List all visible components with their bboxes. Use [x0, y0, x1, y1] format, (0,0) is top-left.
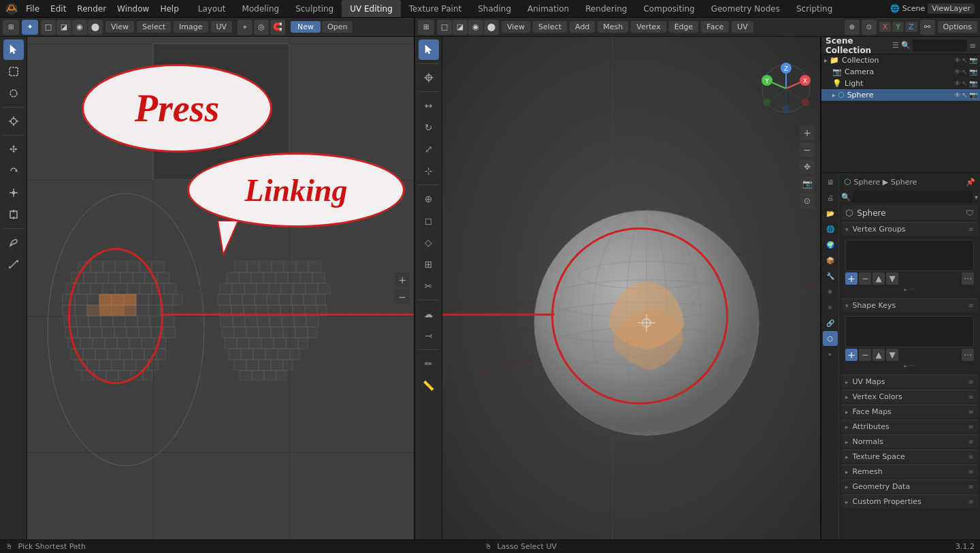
- vp-mesh-menu[interactable]: Mesh: [598, 21, 628, 33]
- tab-animation[interactable]: Animation: [519, 0, 577, 17]
- vp-options-btn[interactable]: Options: [938, 21, 977, 33]
- obj-name-label[interactable]: Sphere: [857, 208, 966, 218]
- vp-zoom-in[interactable]: +: [800, 125, 815, 140]
- normals-header[interactable]: ▸ Normals ≡: [841, 434, 978, 448]
- tool-3d-measure[interactable]: 📏: [419, 375, 439, 396]
- vp-add-menu[interactable]: Add: [570, 21, 595, 33]
- vp-pan-icon[interactable]: ✥: [800, 159, 815, 174]
- fm-menu[interactable]: ≡: [968, 408, 974, 415]
- tool-3d-bevel[interactable]: ◇: [419, 232, 439, 253]
- custom-properties-header[interactable]: ▸ Custom Properties ≡: [841, 494, 978, 508]
- open-image-btn[interactable]: Open: [322, 21, 353, 33]
- vp-render-btn[interactable]: ◉: [468, 20, 483, 35]
- uv-select-menu[interactable]: Select: [137, 21, 171, 33]
- tool-3d-select[interactable]: [419, 40, 439, 60]
- props-render-icon[interactable]: 🖥: [823, 174, 838, 189]
- sk-expand-indicator[interactable]: ▸ ···: [904, 362, 915, 369]
- vp-solid-btn[interactable]: □: [437, 20, 452, 35]
- tool-move[interactable]: [3, 139, 24, 159]
- light-vis-eye[interactable]: 👁: [954, 80, 961, 87]
- sphere-vis-cursor[interactable]: ↖: [962, 91, 968, 99]
- tab-compositing[interactable]: Compositing: [635, 0, 702, 17]
- props-scene-icon[interactable]: 🌐: [823, 221, 838, 236]
- sk-remove-btn[interactable]: −: [859, 349, 871, 361]
- vg-add-btn[interactable]: +: [845, 272, 858, 285]
- vp-face-menu[interactable]: Face: [701, 21, 729, 33]
- vp-overlay-btn[interactable]: ⊙: [862, 20, 877, 35]
- uv-eevee-shading[interactable]: ⬤: [88, 20, 103, 35]
- menu-file[interactable]: File: [20, 3, 45, 15]
- attr-menu[interactable]: ≡: [968, 423, 974, 430]
- outliner-item-light[interactable]: 💡 Light 👁 ↖ 📷: [821, 78, 980, 89]
- axis-x-btn[interactable]: X: [879, 22, 892, 32]
- sk-move-down-btn[interactable]: ▼: [886, 349, 898, 361]
- vc-menu[interactable]: ≡: [968, 393, 974, 400]
- tool-3d-scale[interactable]: ⤢: [419, 139, 439, 159]
- tool-cursor[interactable]: [3, 111, 24, 131]
- cam-vis-render[interactable]: 📷: [969, 68, 977, 76]
- tool-3d-cursor[interactable]: [419, 67, 439, 88]
- tool-3d-transform[interactable]: ⊹: [419, 161, 439, 181]
- uv-proportional-btn[interactable]: ◎: [254, 20, 269, 35]
- props-particles-icon[interactable]: ✳: [823, 284, 838, 299]
- uv-image-menu[interactable]: Image: [174, 21, 208, 33]
- tool-3d-move[interactable]: ↔: [419, 95, 439, 116]
- tab-modeling[interactable]: Modeling: [234, 0, 288, 17]
- tool-select[interactable]: [3, 40, 24, 60]
- menu-edit[interactable]: Edit: [45, 3, 71, 15]
- new-image-btn[interactable]: New: [291, 21, 321, 33]
- zoom-out-btn[interactable]: −: [395, 289, 410, 304]
- props-material-icon[interactable]: ⚬: [823, 347, 838, 362]
- face-maps-header[interactable]: ▸ Face Maps ≡: [841, 405, 978, 418]
- tab-texture-paint[interactable]: Texture Paint: [401, 0, 470, 17]
- vp-view-menu[interactable]: View: [502, 21, 530, 33]
- vp-mat-btn[interactable]: ◪: [453, 20, 468, 35]
- vp-editor-type-btn[interactable]: ⊞: [418, 20, 434, 35]
- vis-eye-icon[interactable]: 👁: [954, 57, 961, 64]
- vp-proportional-editing-btn[interactable]: ⚯: [920, 20, 935, 35]
- vp-vertex-menu[interactable]: Vertex: [631, 21, 666, 33]
- light-vis-render[interactable]: 📷: [969, 80, 977, 87]
- props-object-icon[interactable]: 📦: [823, 253, 838, 268]
- vertex-colors-header[interactable]: ▸ Vertex Colors ≡: [841, 390, 978, 403]
- outliner-item-camera[interactable]: 📷 Camera 👁 ↖ 📷: [821, 66, 980, 78]
- outliner-add-btn[interactable]: ≡: [969, 41, 976, 50]
- uv-uv-menu[interactable]: UV: [211, 21, 233, 33]
- vp-edge-menu[interactable]: Edge: [669, 21, 699, 33]
- vis-render-icon[interactable]: 📷: [969, 57, 977, 64]
- vis-cursor-icon[interactable]: ↖: [962, 57, 968, 64]
- light-vis-cursor[interactable]: ↖: [962, 80, 968, 87]
- menu-render[interactable]: Render: [71, 3, 112, 15]
- axis-y-btn[interactable]: Y: [892, 22, 904, 32]
- rm-menu[interactable]: ≡: [968, 468, 974, 475]
- geometry-data-header[interactable]: ▸ Geometry Data ≡: [841, 479, 978, 493]
- props-search-input[interactable]: [853, 191, 973, 203]
- vp-camera-icon[interactable]: 📷: [800, 176, 815, 191]
- engine-selector[interactable]: ViewLayer: [928, 3, 975, 14]
- props-world-icon[interactable]: 🌍: [823, 237, 838, 252]
- outliner-search-input[interactable]: [913, 40, 967, 52]
- tool-3d-rotate[interactable]: ↻: [419, 117, 439, 138]
- uv-solid-shading[interactable]: □: [41, 20, 56, 35]
- tool-3d-shrink[interactable]: ⤙: [419, 326, 439, 346]
- vg-move-up-btn[interactable]: ▲: [872, 272, 885, 285]
- props-constraints-icon[interactable]: 🔗: [823, 315, 838, 330]
- sphere-vis-render[interactable]: 📷: [969, 91, 977, 99]
- uv-editor-type-btn[interactable]: ⊞: [3, 20, 19, 35]
- props-physics-icon[interactable]: ⚛: [823, 300, 838, 315]
- props-modifier-icon[interactable]: 🔧: [823, 268, 838, 283]
- tool-3d-annotate[interactable]: ✏: [419, 353, 439, 374]
- tool-rotate[interactable]: [3, 161, 24, 181]
- tab-layout[interactable]: Layout: [190, 0, 234, 17]
- tool-scale[interactable]: [3, 183, 24, 203]
- tab-shading[interactable]: Shading: [470, 0, 519, 17]
- sk-move-up-btn[interactable]: ▲: [872, 349, 885, 361]
- vg-extra-btn[interactable]: ⋯: [962, 272, 974, 285]
- uv-maps-header[interactable]: ▸ UV Maps ≡: [841, 375, 978, 388]
- uvm-menu[interactable]: ≡: [968, 378, 974, 385]
- remesh-header[interactable]: ▸ Remesh ≡: [841, 464, 978, 478]
- tool-3d-loopcut[interactable]: ⊞: [419, 254, 439, 274]
- vertex-groups-header[interactable]: ▾ Vertex Groups ≡: [841, 222, 978, 236]
- scene-name[interactable]: Scene: [902, 4, 926, 13]
- axis-z-btn[interactable]: Z: [905, 22, 917, 32]
